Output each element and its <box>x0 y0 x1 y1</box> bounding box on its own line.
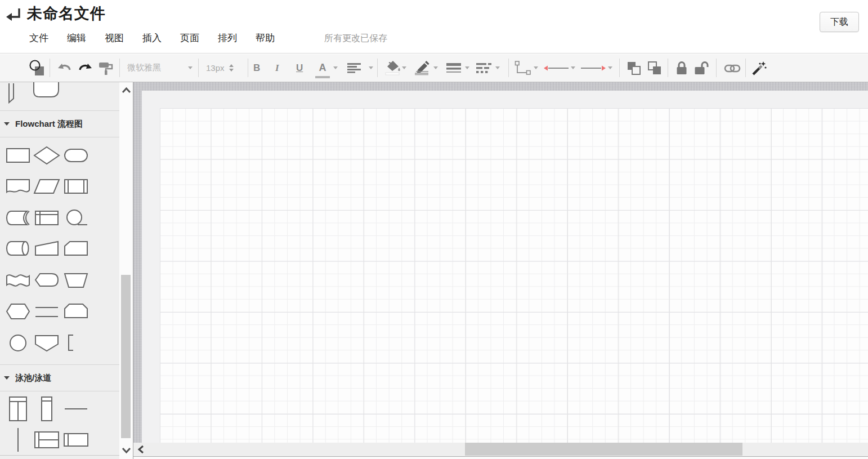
connector-style-dropdown[interactable] <box>534 54 538 82</box>
canvas-area <box>133 82 868 459</box>
scroll-up-icon[interactable] <box>122 87 131 95</box>
separator <box>377 59 378 77</box>
shape-stored-data[interactable] <box>3 202 33 234</box>
italic-button[interactable]: I <box>275 54 279 82</box>
section-header-flowchart[interactable]: Flowchart 流程图 <box>0 111 119 137</box>
font-color-swatch <box>315 76 330 78</box>
shape-manual-input[interactable] <box>33 234 62 265</box>
font-color-dropdown[interactable] <box>333 54 338 82</box>
redo-icon[interactable] <box>78 54 93 82</box>
shape-manual-operation[interactable] <box>61 265 91 296</box>
spinner-arrows-icon[interactable] <box>229 64 234 72</box>
shape-connector[interactable] <box>3 327 33 359</box>
section-header-pool[interactable]: 泳池/泳道 <box>0 365 119 391</box>
shape-annotation-bracket[interactable] <box>61 327 91 359</box>
divider <box>0 391 119 391</box>
shape-loop-limit[interactable] <box>61 296 91 328</box>
shape-paper-tape[interactable] <box>3 265 33 296</box>
line-end-marker-dropdown[interactable] <box>608 54 612 82</box>
font-size-stepper[interactable]: 13px <box>206 54 234 82</box>
align-icon[interactable] <box>347 54 363 82</box>
shape-sequential-access[interactable] <box>61 202 91 234</box>
shape-direct-access-storage[interactable] <box>3 234 33 265</box>
shape-pool-horizontal[interactable] <box>33 424 62 455</box>
shape-predefined-process[interactable] <box>61 171 91 203</box>
download-button[interactable]: 下载 <box>820 12 859 32</box>
scrollbar-thumb[interactable] <box>121 275 131 438</box>
bold-button[interactable]: B <box>253 54 260 82</box>
divider <box>0 137 119 137</box>
separator <box>248 59 248 77</box>
sidebar-scrollbar[interactable] <box>119 82 133 459</box>
menu-item-编辑[interactable]: 编辑 <box>67 30 86 46</box>
separator <box>745 59 746 77</box>
align-dropdown[interactable] <box>369 54 373 82</box>
diagram-editor-app: 未命名文件 文件编辑视图插入页面排列帮助 所有更改已保存 下载 <box>0 0 868 459</box>
separator <box>716 59 717 77</box>
shape-terminator[interactable] <box>61 140 91 171</box>
line-weight-icon[interactable] <box>446 54 462 82</box>
underline-button[interactable]: U <box>296 54 303 82</box>
horizontal-scrollbar[interactable] <box>133 443 868 456</box>
font-family-select[interactable]: 微软雅黑 <box>127 54 193 82</box>
save-status: 所有更改已保存 <box>324 30 387 46</box>
shape-pool-vertical[interactable] <box>3 393 33 424</box>
shape-parallelogram[interactable] <box>33 171 62 203</box>
shape-lane-horizontal[interactable] <box>61 424 91 455</box>
menu-item-页面[interactable]: 页面 <box>180 30 199 46</box>
send-to-back-icon[interactable] <box>647 54 663 82</box>
menu-item-视图[interactable]: 视图 <box>105 30 124 46</box>
line-color-icon[interactable] <box>413 54 431 82</box>
shape-decision[interactable] <box>33 140 62 171</box>
document-title[interactable]: 未命名文件 <box>27 3 106 24</box>
format-painter-icon[interactable] <box>98 54 114 82</box>
shape-card[interactable] <box>61 234 91 265</box>
partial-shapes-row <box>3 82 116 105</box>
shape-divider-vertical[interactable] <box>3 424 33 455</box>
unlock-icon[interactable] <box>693 54 710 82</box>
separator <box>198 59 199 77</box>
fill-color-dropdown[interactable] <box>402 54 406 82</box>
menu-item-插入[interactable]: 插入 <box>142 30 162 46</box>
font-color-button[interactable]: A <box>315 54 330 82</box>
shape-partial-rounded-rect[interactable] <box>33 82 60 106</box>
scroll-left-icon[interactable] <box>137 444 146 454</box>
line-color-dropdown[interactable] <box>433 54 438 82</box>
line-weight-dropdown[interactable] <box>465 54 469 82</box>
line-start-marker-dropdown[interactable] <box>571 54 575 82</box>
flowchart-shape-grid <box>3 140 91 359</box>
undo-icon[interactable] <box>56 54 72 82</box>
drawing-grid[interactable] <box>160 108 868 443</box>
menu-item-文件[interactable]: 文件 <box>29 30 48 46</box>
bring-to-front-icon[interactable] <box>626 54 642 82</box>
magic-wand-icon[interactable] <box>751 54 767 82</box>
back-arrow-icon[interactable] <box>5 6 23 24</box>
status-strip <box>133 457 868 459</box>
triangle-collapse-icon <box>4 122 10 126</box>
fill-color-icon[interactable] <box>384 54 402 82</box>
scroll-down-icon[interactable] <box>122 446 131 454</box>
shape-palette-sidebar: Flowchart 流程图 泳池/泳道 <box>0 82 119 459</box>
shape-display[interactable] <box>33 265 62 296</box>
connector-style-icon[interactable] <box>514 54 532 82</box>
shape-divided-process[interactable] <box>33 296 62 328</box>
separator <box>119 59 120 77</box>
line-style-dropdown[interactable] <box>495 54 500 82</box>
line-start-marker-icon[interactable] <box>543 54 570 82</box>
shape-preparation[interactable] <box>3 296 33 328</box>
shape-rectangle[interactable] <box>3 140 33 171</box>
shape-internal-storage[interactable] <box>33 202 62 234</box>
shape-lane-vertical[interactable] <box>33 393 62 424</box>
shape-divider-horizontal[interactable] <box>61 393 91 424</box>
scrollbar-thumb[interactable] <box>465 443 742 456</box>
shape-document[interactable] <box>3 171 33 203</box>
shape-partial-list[interactable] <box>5 82 32 106</box>
line-style-icon[interactable] <box>476 54 493 82</box>
shape-picker-icon[interactable] <box>28 54 46 82</box>
menu-item-帮助[interactable]: 帮助 <box>256 30 275 46</box>
menu-item-排列[interactable]: 排列 <box>218 30 237 46</box>
link-icon[interactable] <box>724 54 741 82</box>
shape-off-page-connector[interactable] <box>33 327 62 359</box>
lock-icon[interactable] <box>674 54 689 82</box>
line-end-marker-icon[interactable] <box>580 54 607 82</box>
